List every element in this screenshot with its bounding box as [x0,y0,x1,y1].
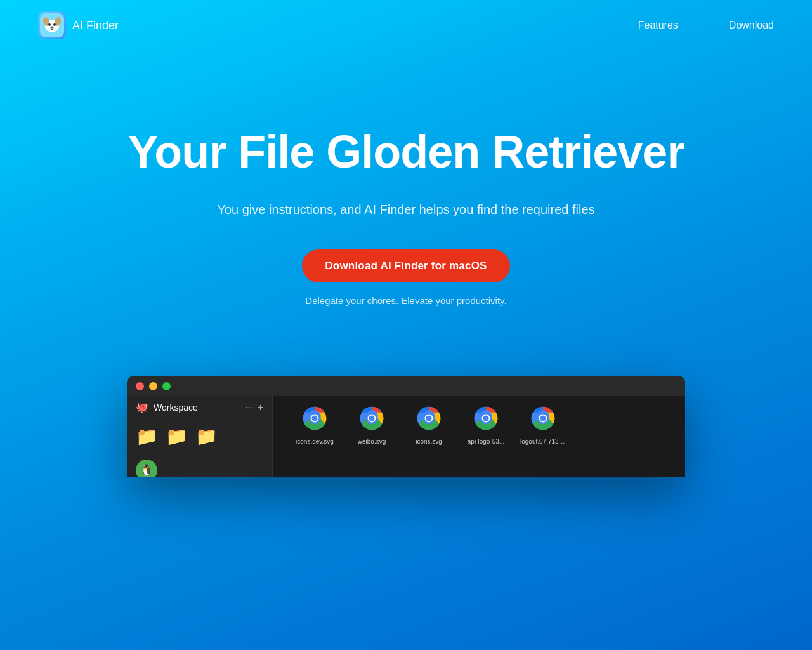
file-icon [527,402,559,434]
folder-item[interactable]: 📁 [195,426,218,447]
file-name: api-logo-53... [468,437,504,446]
file-name: icons.svg [416,437,442,446]
maximize-button[interactable] [162,382,171,390]
hero-section: Your File Gloden Retriever You give inst… [0,51,812,344]
svg-point-5 [53,23,56,26]
file-item[interactable]: icons.dev.svg [289,402,340,446]
file-item[interactable]: logout.07 7130a5... [518,402,568,446]
nav-download-link[interactable]: Download [729,20,774,31]
workspace-emoji: 🐙 [136,401,148,413]
file-name: icons.dev.svg [296,437,334,446]
svg-point-19 [483,416,488,421]
file-icon [356,402,388,434]
sidebar-folders: 📁 📁 📁 [127,418,272,454]
file-item[interactable]: api-logo-53... [461,402,511,446]
app-window: 🐙 Workspace ··· + 📁 📁 📁 🐧 [127,376,685,477]
app-logo-icon [40,13,64,37]
file-icon [470,402,502,434]
svg-point-10 [311,416,317,421]
files-grid: icons.dev.svg [283,396,685,452]
nav-links: Features Download [638,20,774,31]
hero-tagline: Delegate your chores. Elevate your produ… [0,295,812,306]
workspace-actions: ··· + [245,402,263,413]
file-item[interactable]: weibo.svg [346,402,397,446]
nav-features-link[interactable]: Features [638,20,678,31]
svg-point-22 [540,416,546,421]
window-titlebar [127,376,685,396]
more-options-icon[interactable]: ··· [245,402,253,413]
download-cta-button[interactable]: Download AI Finder for macOS [302,249,509,282]
file-name: weibo.svg [358,437,386,446]
app-icon [38,11,66,39]
file-icon [299,402,331,434]
add-icon[interactable]: + [258,402,263,413]
user-avatar: 🐧 [136,460,157,477]
close-button[interactable] [136,382,144,390]
workspace-label: Workspace [154,402,198,413]
svg-point-6 [51,27,54,29]
folder-item[interactable]: 📁 [166,426,188,447]
workspace-label-group: 🐙 Workspace [136,401,198,413]
folder-item[interactable]: 📁 [136,426,158,447]
hero-title: Your File Gloden Retriever [0,127,812,177]
minimize-button[interactable] [149,382,157,390]
app-name: AI Finder [72,19,119,32]
nav-logo: AI Finder [38,11,119,39]
workspace-header: 🐙 Workspace ··· + [127,396,272,418]
file-name: logout.07 7130a5... [520,437,566,446]
navbar: AI Finder Features Download [0,0,812,51]
file-item[interactable]: icons.svg [403,402,454,446]
cta-container: Download AI Finder for macOS [0,249,812,295]
svg-point-13 [369,416,374,421]
svg-point-16 [426,416,431,421]
file-icon [413,402,445,434]
hero-subtitle: You give instructions, and AI Finder hel… [0,200,812,219]
app-preview-container: 🐙 Workspace ··· + 📁 📁 📁 🐧 [0,344,812,477]
svg-point-4 [48,23,51,26]
